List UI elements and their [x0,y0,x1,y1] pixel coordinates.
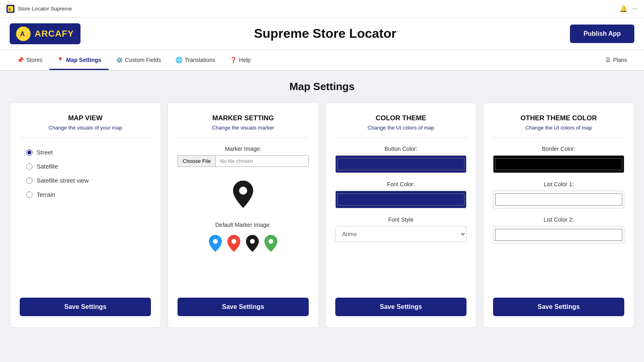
other-theme-save-button[interactable]: Save Settings [493,298,624,316]
map-view-options: Street Satellite Satellite street view T… [20,146,151,201]
list-color2-label: List Color 2: [493,216,624,223]
font-style-select[interactable]: Arimo Arial Roboto Open Sans Lato [335,226,466,242]
logo-text: ARCAFY [35,29,74,39]
pin-blue[interactable] [208,234,222,252]
radio-satellite-label: Satellite [37,163,58,170]
nav-item-custom-fields[interactable]: ⚙️ Custom Fields [109,51,168,70]
choose-file-button[interactable]: Choose File [178,155,215,167]
pin-black[interactable] [246,234,259,252]
map-view-subtitle: Change the visuals of your map [20,125,151,131]
pin-green[interactable] [264,234,278,252]
button-color-swatch[interactable] [335,155,466,173]
list-color2-section: List Color 2: [493,216,624,244]
nav-label-translations: Translations [185,57,215,63]
svg-text:A: A [20,31,25,37]
radio-street[interactable]: Street [26,149,144,156]
map-view-title: MAP VIEW [20,114,151,122]
top-bar: A Store Locator Supreme 🔔 ··· [0,0,644,18]
brand-logo: A ARCAFY [10,23,80,44]
default-marker-label: Default Marker Image: [178,222,309,228]
marker-preview [178,180,309,214]
svg-point-7 [250,239,255,244]
nav-item-map-settings[interactable]: 📍 Map Settings [50,51,108,70]
svg-point-6 [231,239,236,244]
list-color2-swatch[interactable] [493,226,624,244]
bell-icon[interactable]: 🔔 [619,5,627,12]
font-color-label: Font Color: [335,181,466,187]
border-color-section: Border Color: [493,146,624,173]
nav-plans[interactable]: ☰ Plans [598,51,634,69]
radio-satellite-street-input[interactable] [26,177,33,184]
nav-label-custom-fields: Custom Fields [125,57,161,63]
plans-icon: ☰ [605,57,611,63]
page-heading: Map Settings [10,80,634,93]
marker-subtitle: Change the visuals marker [178,125,309,131]
marker-setting-card: MARKER SETTING Change the visuals marker… [167,103,319,328]
more-icon[interactable]: ··· [632,5,638,12]
svg-point-5 [213,239,218,244]
file-input-row: Choose File No file chosen [178,155,309,167]
radio-street-input[interactable] [26,149,33,156]
other-theme-subtitle: Change the UI colors of map [493,125,624,131]
radio-street-label: Street [37,149,53,156]
map-settings-icon: 📍 [57,57,64,63]
radio-satellite[interactable]: Satellite [26,163,144,170]
marker-save-button[interactable]: Save Settings [178,298,309,316]
publish-app-button[interactable]: Publish App [570,25,634,43]
font-style-label: Font Style [335,216,466,223]
app-title: Store Locator Supreme [18,6,72,12]
color-theme-divider [335,137,466,138]
nav-label-stores: Stores [26,57,42,63]
color-theme-card: COLOR THEME Change the UI colors of map … [325,103,477,328]
custom-fields-icon: ⚙️ [116,57,123,63]
border-color-swatch[interactable] [493,155,624,173]
nav-label-help: Help [239,57,251,63]
page-main-title: Supreme Store Locator [80,26,570,41]
map-view-card: MAP VIEW Change the visuals of your map … [10,103,161,328]
marker-title: MARKER SETTING [178,114,309,122]
marker-divider [178,137,309,138]
svg-text:A: A [8,7,11,11]
page-content: Map Settings MAP VIEW Change the visuals… [0,71,644,337]
button-color-section: Button Color: [335,146,466,173]
radio-satellite-street[interactable]: Satellite street view [26,177,144,184]
radio-terrain-input[interactable] [26,191,33,198]
default-markers [178,234,309,252]
font-color-swatch[interactable] [335,191,466,208]
logo-circle: A [16,27,31,41]
nav-label-map-settings: Map Settings [66,57,101,63]
font-color-section: Font Color: [335,181,466,208]
svg-point-8 [268,239,273,244]
plans-label: Plans [613,57,627,63]
radio-satellite-input[interactable] [26,163,33,170]
stores-icon: 📌 [17,57,24,63]
help-icon: ❓ [230,57,237,63]
list-color1-label: List Color 1: [493,181,624,187]
nav-item-translations[interactable]: 🌐 Translations [168,51,223,70]
other-theme-card: OTHER THEME COLOR Change the UI colors o… [483,103,634,328]
header: A ARCAFY Supreme Store Locator Publish A… [0,18,644,50]
radio-terrain-label: Terrain [37,191,55,198]
radio-terrain[interactable]: Terrain [26,191,144,198]
other-theme-divider [493,137,624,138]
font-style-section: Font Style Arimo Arial Roboto Open Sans … [335,216,466,242]
app-logo-small: A [6,5,14,13]
nav-item-stores[interactable]: 📌 Stores [10,51,50,70]
pin-red[interactable] [227,234,241,252]
translations-icon: 🌐 [175,57,182,63]
color-theme-save-button[interactable]: Save Settings [335,298,466,316]
svg-point-4 [239,187,247,195]
color-theme-title: COLOR THEME [335,114,466,122]
cards-row: MAP VIEW Change the visuals of your map … [10,103,634,328]
list-color1-swatch[interactable] [493,191,624,208]
color-theme-subtitle: Change the UI colors of map [335,125,466,131]
map-view-divider [20,137,151,138]
other-theme-title: OTHER THEME COLOR [493,114,624,122]
top-bar-left: A Store Locator Supreme [6,5,72,13]
map-view-save-button[interactable]: Save Settings [20,298,151,316]
radio-satellite-street-label: Satellite street view [37,177,89,184]
list-color1-section: List Color 1: [493,181,624,208]
marker-image-label: Marker Image: [178,146,309,152]
nav-item-help[interactable]: ❓ Help [223,51,258,70]
top-bar-right: 🔔 ··· [619,5,638,12]
